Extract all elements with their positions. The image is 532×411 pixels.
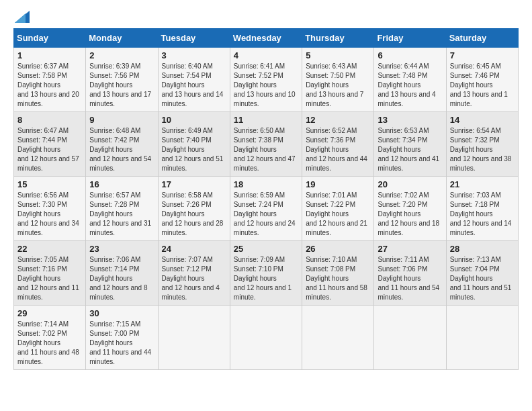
day-number: 29	[17, 308, 82, 318]
calendar-table: SundayMondayTuesdayWednesdayThursdayFrid…	[13, 28, 519, 370]
day-info: Sunrise: 6:39 AMSunset: 7:56 PMDaylight …	[89, 62, 151, 107]
day-number: 14	[450, 115, 515, 125]
calendar-day-cell: 3 Sunrise: 6:40 AMSunset: 7:54 PMDayligh…	[158, 48, 230, 112]
calendar-day-cell: 21 Sunrise: 7:03 AMSunset: 7:18 PMDaylig…	[446, 177, 518, 241]
weekday-header-thursday: Thursday	[302, 29, 374, 48]
day-info: Sunrise: 6:50 AMSunset: 7:38 PMDaylight …	[234, 127, 296, 172]
calendar-day-cell	[302, 306, 374, 370]
calendar-day-cell: 24 Sunrise: 7:07 AMSunset: 7:12 PMDaylig…	[158, 241, 230, 306]
day-number: 30	[89, 308, 154, 318]
day-info: Sunrise: 6:44 AMSunset: 7:48 PMDaylight …	[378, 62, 435, 107]
calendar-day-cell	[446, 306, 518, 370]
calendar-day-cell: 10 Sunrise: 6:49 AMSunset: 7:40 PMDaylig…	[158, 112, 230, 177]
day-info: Sunrise: 6:45 AMSunset: 7:46 PMDaylight …	[450, 62, 508, 107]
calendar-day-cell: 7 Sunrise: 6:45 AMSunset: 7:46 PMDayligh…	[446, 48, 518, 112]
day-info: Sunrise: 7:07 AMSunset: 7:12 PMDaylight …	[162, 256, 220, 301]
day-info: Sunrise: 6:43 AMSunset: 7:50 PMDaylight …	[306, 62, 363, 107]
calendar-day-cell: 23 Sunrise: 7:06 AMSunset: 7:14 PMDaylig…	[86, 241, 158, 306]
day-info: Sunrise: 7:01 AMSunset: 7:22 PMDaylight …	[306, 191, 367, 236]
calendar-week-row: 8 Sunrise: 6:47 AMSunset: 7:44 PMDayligh…	[14, 112, 519, 177]
day-info: Sunrise: 6:54 AMSunset: 7:32 PMDaylight …	[450, 127, 512, 172]
day-number: 25	[234, 244, 298, 254]
day-number: 19	[306, 179, 370, 189]
day-info: Sunrise: 7:09 AMSunset: 7:10 PMDaylight …	[234, 256, 292, 301]
calendar-day-cell: 30 Sunrise: 7:15 AMSunset: 7:00 PMDaylig…	[86, 306, 158, 370]
calendar-day-cell: 5 Sunrise: 6:43 AMSunset: 7:50 PMDayligh…	[302, 48, 374, 112]
day-info: Sunrise: 6:37 AMSunset: 7:58 PMDaylight …	[17, 62, 79, 107]
weekday-header-saturday: Saturday	[446, 29, 518, 48]
calendar-day-cell: 4 Sunrise: 6:41 AMSunset: 7:52 PMDayligh…	[230, 48, 302, 112]
weekday-header-monday: Monday	[86, 29, 158, 48]
calendar-day-cell	[158, 306, 230, 370]
day-number: 26	[306, 244, 370, 254]
day-number: 13	[378, 115, 442, 125]
day-info: Sunrise: 7:14 AMSunset: 7:02 PMDaylight …	[17, 320, 79, 365]
day-info: Sunrise: 6:53 AMSunset: 7:34 PMDaylight …	[378, 127, 439, 172]
day-info: Sunrise: 6:57 AMSunset: 7:28 PMDaylight …	[89, 191, 151, 236]
day-info: Sunrise: 6:56 AMSunset: 7:30 PMDaylight …	[17, 191, 79, 236]
day-number: 22	[17, 244, 82, 254]
day-number: 2	[89, 50, 154, 60]
day-info: Sunrise: 6:52 AMSunset: 7:36 PMDaylight …	[306, 127, 367, 172]
day-info: Sunrise: 7:15 AMSunset: 7:00 PMDaylight …	[89, 320, 151, 365]
day-number: 28	[450, 244, 515, 254]
day-number: 18	[234, 179, 298, 189]
calendar-day-cell	[230, 306, 302, 370]
calendar-day-cell: 29 Sunrise: 7:14 AMSunset: 7:02 PMDaylig…	[14, 306, 86, 370]
day-info: Sunrise: 6:47 AMSunset: 7:44 PMDaylight …	[17, 127, 79, 172]
svg-marker-1	[15, 13, 26, 23]
day-number: 23	[89, 244, 154, 254]
day-info: Sunrise: 7:06 AMSunset: 7:14 PMDaylight …	[89, 256, 147, 301]
page-header	[13, 13, 519, 23]
day-info: Sunrise: 7:03 AMSunset: 7:18 PMDaylight …	[450, 191, 512, 236]
calendar-day-cell: 27 Sunrise: 7:11 AMSunset: 7:06 PMDaylig…	[374, 241, 446, 306]
calendar-day-cell	[374, 306, 446, 370]
calendar-day-cell: 11 Sunrise: 6:50 AMSunset: 7:38 PMDaylig…	[230, 112, 302, 177]
calendar-header-row: SundayMondayTuesdayWednesdayThursdayFrid…	[14, 29, 519, 48]
calendar-day-cell: 1 Sunrise: 6:37 AMSunset: 7:58 PMDayligh…	[14, 48, 86, 112]
calendar-day-cell: 13 Sunrise: 6:53 AMSunset: 7:34 PMDaylig…	[374, 112, 446, 177]
day-info: Sunrise: 6:40 AMSunset: 7:54 PMDaylight …	[162, 62, 224, 107]
day-number: 17	[162, 179, 226, 189]
calendar-day-cell: 17 Sunrise: 6:58 AMSunset: 7:26 PMDaylig…	[158, 177, 230, 241]
calendar-day-cell: 9 Sunrise: 6:48 AMSunset: 7:42 PMDayligh…	[86, 112, 158, 177]
day-number: 9	[89, 115, 154, 125]
logo-icon	[15, 11, 30, 23]
calendar-day-cell: 14 Sunrise: 6:54 AMSunset: 7:32 PMDaylig…	[446, 112, 518, 177]
calendar-week-row: 29 Sunrise: 7:14 AMSunset: 7:02 PMDaylig…	[14, 306, 519, 370]
day-info: Sunrise: 6:58 AMSunset: 7:26 PMDaylight …	[162, 191, 224, 236]
calendar-day-cell: 18 Sunrise: 6:59 AMSunset: 7:24 PMDaylig…	[230, 177, 302, 241]
calendar-day-cell: 25 Sunrise: 7:09 AMSunset: 7:10 PMDaylig…	[230, 241, 302, 306]
day-number: 4	[234, 50, 298, 60]
day-number: 8	[17, 115, 82, 125]
day-number: 24	[162, 244, 226, 254]
day-info: Sunrise: 7:10 AMSunset: 7:08 PMDaylight …	[306, 256, 367, 301]
day-info: Sunrise: 6:41 AMSunset: 7:52 PMDaylight …	[234, 62, 296, 107]
day-number: 5	[306, 50, 370, 60]
calendar-week-row: 22 Sunrise: 7:05 AMSunset: 7:16 PMDaylig…	[14, 241, 519, 306]
weekday-header-wednesday: Wednesday	[230, 29, 302, 48]
calendar-day-cell: 28 Sunrise: 7:13 AMSunset: 7:04 PMDaylig…	[446, 241, 518, 306]
calendar-day-cell: 12 Sunrise: 6:52 AMSunset: 7:36 PMDaylig…	[302, 112, 374, 177]
calendar-week-row: 15 Sunrise: 6:56 AMSunset: 7:30 PMDaylig…	[14, 177, 519, 241]
day-info: Sunrise: 7:02 AMSunset: 7:20 PMDaylight …	[378, 191, 439, 236]
calendar-week-row: 1 Sunrise: 6:37 AMSunset: 7:58 PMDayligh…	[14, 48, 519, 112]
day-number: 21	[450, 179, 515, 189]
day-info: Sunrise: 7:11 AMSunset: 7:06 PMDaylight …	[378, 256, 439, 301]
weekday-header-sunday: Sunday	[14, 29, 86, 48]
weekday-header-friday: Friday	[374, 29, 446, 48]
logo	[13, 13, 30, 23]
calendar-day-cell: 16 Sunrise: 6:57 AMSunset: 7:28 PMDaylig…	[86, 177, 158, 241]
day-info: Sunrise: 6:48 AMSunset: 7:42 PMDaylight …	[89, 127, 151, 172]
day-number: 6	[378, 50, 442, 60]
day-number: 3	[162, 50, 226, 60]
day-info: Sunrise: 6:49 AMSunset: 7:40 PMDaylight …	[162, 127, 224, 172]
day-number: 12	[306, 115, 370, 125]
calendar-day-cell: 6 Sunrise: 6:44 AMSunset: 7:48 PMDayligh…	[374, 48, 446, 112]
day-number: 15	[17, 179, 82, 189]
day-number: 11	[234, 115, 298, 125]
day-info: Sunrise: 6:59 AMSunset: 7:24 PMDaylight …	[234, 191, 296, 236]
day-number: 10	[162, 115, 226, 125]
day-number: 27	[378, 244, 442, 254]
calendar-day-cell: 2 Sunrise: 6:39 AMSunset: 7:56 PMDayligh…	[86, 48, 158, 112]
